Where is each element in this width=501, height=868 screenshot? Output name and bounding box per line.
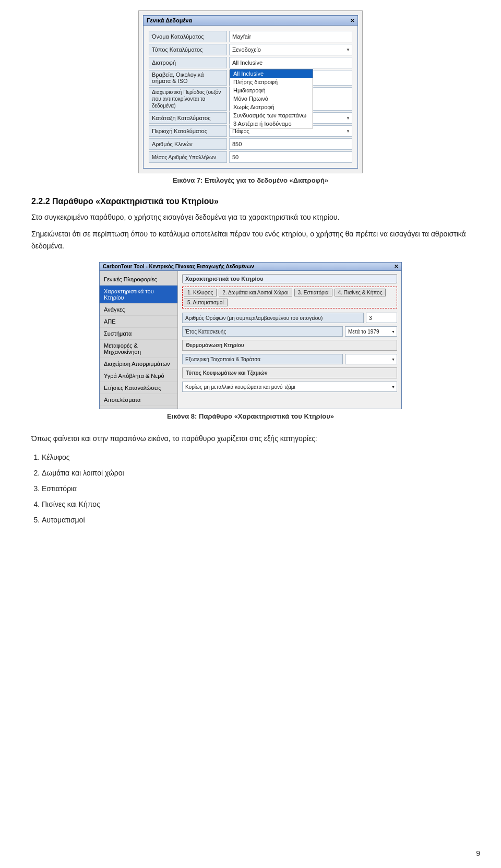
sidebar-item-needs[interactable]: Ανάγκες [100,304,177,316]
figure7-titlebar: Γενικά Δεδομένα ✕ [143,15,358,25]
list-item-3: Εστιατόρια [42,481,470,496]
conclusion-intro: Όπως φαίνεται και στην παραπάνω εικόνα, … [31,433,470,444]
figure8-screenshot: CarbonTour Tool - Κεντρικός Πίνακας Εισα… [99,262,402,409]
dd-bb[interactable]: Μόνο Πρωινό [230,94,313,103]
tab-shell[interactable]: 1. Κέλυφος [184,289,217,296]
diet-dropdown[interactable]: All Inclusive Πλήρης διατροφή Ημιδιατροφ… [230,69,313,128]
dd-all-inclusive[interactable]: All Inclusive [230,69,313,78]
field-floors-label: Αριθμός Ορόφων (μη συμπεριλαμβανομένου τ… [182,313,364,323]
tab-automation[interactable]: 5. Αυτοματισμοί [184,299,228,306]
figure8-caption: Εικόνα 8: Παράθυρο «Χαρακτηριστικά του Κ… [31,412,470,420]
subsection-frames: Τύπος Κουφωμάτων και Τζαμιών [182,367,397,378]
field-frames-value[interactable]: Κυρίως μη μεταλλικά κουφώματα και μονό τ… [182,382,397,392]
field-year-value[interactable]: Μετά το 1979 [345,326,397,337]
label-staff: Μέσος Αριθμός Υπαλλήλων [149,151,227,163]
figure7-caption: Εικόνα 7: Επιλογές για το δεδομένο «Διατ… [31,176,470,184]
label-awards: Βραβεία, Οικολογικά σήματα & ISO [149,70,227,86]
sidebar-item-systems[interactable]: Συστήματα [100,328,177,340]
value-diet[interactable]: All Inclusive All Inclusive Πλήρης διατρ… [229,57,352,68]
section-para1: Στο συγκεκριμένο παράθυρο, ο χρήστης εισ… [31,211,470,223]
sidebar-item-transport[interactable]: Μεταφορές & Μηχανοκίνηση [100,340,177,358]
value-name: Mayfair [229,31,352,42]
label-region: Περιοχή Καταλύματος [149,125,227,137]
tab-restaurants[interactable]: 3. Εστιατόρια [294,289,332,296]
figure8-section-title: Χαρακτηριστικά του Κτηρίου [182,274,397,283]
label-period: Διαχειριστική Περίοδος (σεζόν που αντιπο… [149,87,227,111]
field-ext-row: Εξωτερική Τοιχοποιία & Ταράτσα [182,354,397,364]
figure8-body: Γενικές Πληροφορίες Χαρακτηριστικά του Κ… [99,270,402,409]
field-floors-row: Αριθμός Ορόφων (μη συμπεριλαμβανομένου τ… [182,313,397,323]
list-item-5: Αυτοματισμοί [42,513,470,527]
sidebar-item-annual[interactable]: Ετήσιες Καταναλώσεις [100,382,177,394]
figure8-main: Χαρακτηριστικά του Κτηρίου 1. Κέλυφος 2.… [178,271,401,409]
dd-no-board[interactable]: Χωρίς Διατροφή [230,103,313,111]
tab-pools[interactable]: 4. Πισίνες & Κήπος [335,289,386,296]
label-beds: Αριθμός Κλινών [149,138,227,150]
figure7-screenshot: Γενικά Δεδομένα ✕ Όνομα Καταλύματος Mayf… [138,10,363,173]
sidebar-item-results[interactable]: Αποτελέσματα [100,394,177,406]
sidebar-item-building[interactable]: Χαρακτηριστικά του Κτηρίου [100,286,177,304]
section-heading: 2.2.2 Παράθυρο «Χαρακτηριστικά του Κτηρί… [31,197,470,206]
list-item-1: Κέλυφος [42,450,470,465]
list-item-2: Δωμάτια και λοιποί χώροι [42,466,470,480]
sidebar-item-waste[interactable]: Διαχείριση Απορριμμάτων [100,358,177,370]
sidebar-item-water[interactable]: Υγρά Απόβλητα & Νερό [100,370,177,382]
field-floors-value[interactable]: 3 [366,313,397,323]
label-category: Κατάταξη Καταλύματος [149,112,227,124]
tab-rooms[interactable]: 2. Δωμάτια και Λοιποί Χώροι [219,289,292,296]
figure7-body: Όνομα Καταλύματος Mayfair Τύπος Καταλύμα… [143,25,358,169]
figure8-titlebar: CarbonTour Tool - Κεντρικός Πίνακας Εισα… [99,262,402,270]
figure7-close-icon[interactable]: ✕ [350,18,354,23]
figure8-title: CarbonTour Tool - Κεντρικός Πίνακας Εισα… [103,264,254,269]
section-para2: Σημειώνεται ότι σε περίπτωση όπου το κατ… [31,228,470,252]
value-beds: 850 [229,138,352,150]
sidebar-item-general[interactable]: Γενικές Πληροφορίες [100,274,177,286]
figure8-sidebar: Γενικές Πληροφορίες Χαρακτηριστικά του Κ… [100,271,178,409]
dd-half-board[interactable]: Ημιδιατροφή [230,86,313,94]
figure8-tabs: 1. Κέλυφος 2. Δωμάτια και Λοιποί Χώροι 3… [182,287,397,308]
page-number: 9 [476,849,480,858]
value-staff: 50 [229,151,352,163]
conclusion-list: Κέλυφος Δωμάτια και λοιποί χώροι Εστιατό… [42,450,470,527]
figure7-form: Όνομα Καταλύματος Mayfair Τύπος Καταλύμα… [149,31,352,163]
dd-stars[interactable]: 3 Αστέρια ή Ισοδύναμο [230,120,313,128]
field-year-label: Έτος Κατασκευής [182,326,343,337]
label-type: Τύπος Καταλύματος [149,44,227,55]
field-ext-value[interactable] [345,354,397,364]
figure7-title: Γενικά Δεδομένα [147,17,192,23]
subsection-insulation: Θερμομόνωση Κτηρίου [182,340,397,351]
list-item-4: Πισίνες και Κήπος [42,497,470,512]
field-ext-label: Εξωτερική Τοιχοποιία & Ταράτσα [182,354,343,364]
figure8-close-icon[interactable]: ✕ [394,264,398,269]
value-type[interactable]: Ξενοδοχείο [229,44,352,55]
dd-combo[interactable]: Συνδυασμός των παραπάνω [230,111,313,120]
label-diet: Διατροφή [149,57,227,68]
label-name: Όνομα Καταλύματος [149,31,227,42]
field-year-row: Έτος Κατασκευής Μετά το 1979 [182,326,397,337]
sidebar-item-ape[interactable]: ΑΠΕ [100,316,177,328]
dd-full-board[interactable]: Πλήρης διατροφή [230,78,313,86]
